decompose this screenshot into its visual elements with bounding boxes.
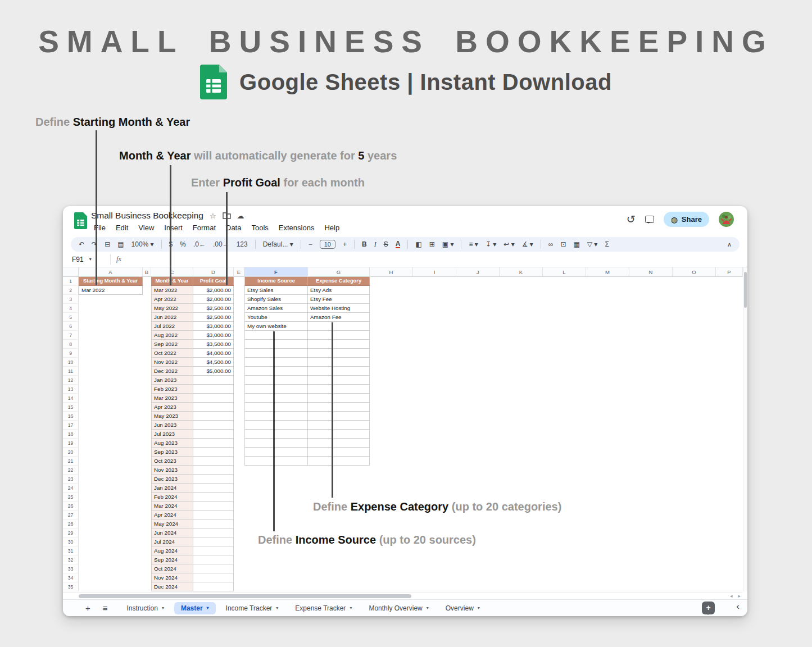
sheets-file-icon[interactable] [74, 212, 87, 230]
cell-A6[interactable] [79, 322, 143, 331]
comment-history-icon[interactable] [645, 216, 654, 223]
cell-D18[interactable] [193, 430, 234, 439]
cell-F19[interactable] [244, 439, 308, 448]
cell-A17[interactable] [79, 421, 143, 430]
row-header-34[interactable]: 34 [63, 573, 79, 582]
cell-L15[interactable] [543, 403, 586, 412]
cell-K16[interactable] [500, 412, 543, 421]
cell-I2[interactable] [413, 286, 456, 295]
cell-H18[interactable] [370, 430, 413, 439]
cell-L3[interactable] [543, 295, 586, 304]
cell-F31[interactable] [244, 546, 308, 555]
cell-G6[interactable] [308, 322, 370, 331]
cell-P26[interactable] [716, 502, 743, 511]
cell-G23[interactable] [308, 475, 370, 484]
horizontal-align-button[interactable]: ≡ ▾ [469, 241, 478, 248]
cell-M24[interactable] [586, 484, 629, 493]
cell-M19[interactable] [586, 439, 629, 448]
cell-C33[interactable]: Oct 2024 [151, 564, 193, 573]
cell-E29[interactable] [234, 528, 244, 537]
cell-D20[interactable] [193, 448, 234, 457]
cell-A4[interactable] [79, 304, 143, 313]
cell-J31[interactable] [456, 546, 500, 555]
cell-M34[interactable] [586, 573, 629, 582]
cell-B8[interactable] [143, 340, 151, 349]
cell-B22[interactable] [143, 466, 151, 475]
cell-F22[interactable] [244, 466, 308, 475]
cell-B33[interactable] [143, 564, 151, 573]
cell-E12[interactable] [234, 376, 244, 385]
cell-H2[interactable] [370, 286, 413, 295]
cell-G18[interactable] [308, 430, 370, 439]
tab-caret-icon[interactable]: ▾ [427, 605, 429, 610]
cell-J33[interactable] [456, 564, 500, 573]
cell-P7[interactable] [716, 331, 743, 340]
cell-D25[interactable] [193, 493, 234, 502]
horizontal-scrollbar[interactable]: ◂ ▸ [63, 592, 743, 599]
cell-N8[interactable] [629, 340, 673, 349]
format-percent-button[interactable]: % [180, 241, 186, 248]
cell-E13[interactable] [234, 385, 244, 394]
bold-button[interactable]: B [362, 241, 367, 248]
cell-O21[interactable] [673, 457, 716, 466]
cell-F25[interactable] [244, 493, 308, 502]
cell-E20[interactable] [234, 448, 244, 457]
cell-C9[interactable]: Oct 2022 [151, 349, 193, 358]
tab-income-tracker[interactable]: Income Tracker▾ [219, 602, 285, 614]
cell-E11[interactable] [234, 367, 244, 376]
row-header-26[interactable]: 26 [63, 502, 79, 511]
cell-I1[interactable] [413, 277, 456, 286]
cell-J28[interactable] [456, 520, 500, 528]
cell-K22[interactable] [500, 466, 543, 475]
cell-C12[interactable]: Jan 2023 [151, 376, 193, 385]
cell-D11[interactable]: $5,000.00 [193, 367, 234, 376]
cell-F8[interactable] [244, 340, 308, 349]
cell-C24[interactable]: Jan 2024 [151, 484, 193, 493]
cell-O30[interactable] [673, 537, 716, 546]
cell-J18[interactable] [456, 430, 500, 439]
menu-format[interactable]: Format [189, 222, 220, 233]
cell-F18[interactable] [244, 430, 308, 439]
cell-I22[interactable] [413, 466, 456, 475]
cell-E28[interactable] [234, 520, 244, 528]
cell-D29[interactable] [193, 528, 234, 537]
cell-F33[interactable] [244, 564, 308, 573]
cell-P13[interactable] [716, 385, 743, 394]
cell-J1[interactable] [456, 277, 500, 286]
cell-O2[interactable] [673, 286, 716, 295]
cell-O28[interactable] [673, 520, 716, 528]
cell-I19[interactable] [413, 439, 456, 448]
cell-M28[interactable] [586, 520, 629, 528]
cell-D35[interactable] [193, 582, 234, 591]
cell-P8[interactable] [716, 340, 743, 349]
cell-L11[interactable] [543, 367, 586, 376]
cell-H33[interactable] [370, 564, 413, 573]
cell-C15[interactable]: Apr 2023 [151, 403, 193, 412]
cell-O29[interactable] [673, 528, 716, 537]
cell-I23[interactable] [413, 475, 456, 484]
cell-F6[interactable]: My own website [244, 322, 308, 331]
cell-D4[interactable]: $2,500.00 [193, 304, 234, 313]
cell-M25[interactable] [586, 493, 629, 502]
cell-A29[interactable] [79, 528, 143, 537]
cell-N15[interactable] [629, 403, 673, 412]
cell-E34[interactable] [234, 573, 244, 582]
cell-F9[interactable] [244, 349, 308, 358]
cell-B28[interactable] [143, 520, 151, 528]
cell-B27[interactable] [143, 511, 151, 520]
column-header-P[interactable]: P [716, 267, 743, 277]
zoom-button[interactable]: 100% ▾ [131, 241, 154, 248]
cell-K18[interactable] [500, 430, 543, 439]
row-header-1[interactable]: 1 [63, 277, 79, 286]
cell-O33[interactable] [673, 564, 716, 573]
row-header-17[interactable]: 17 [63, 421, 79, 430]
cell-C13[interactable]: Feb 2023 [151, 385, 193, 394]
tab-instruction[interactable]: Instruction▾ [120, 602, 171, 614]
cell-P17[interactable] [716, 421, 743, 430]
cell-E26[interactable] [234, 502, 244, 511]
row-header-16[interactable]: 16 [63, 412, 79, 421]
cell-L10[interactable] [543, 358, 586, 367]
row-header-33[interactable]: 33 [63, 564, 79, 573]
cell-A25[interactable] [79, 493, 143, 502]
cell-G2[interactable]: Etsy Ads [308, 286, 370, 295]
